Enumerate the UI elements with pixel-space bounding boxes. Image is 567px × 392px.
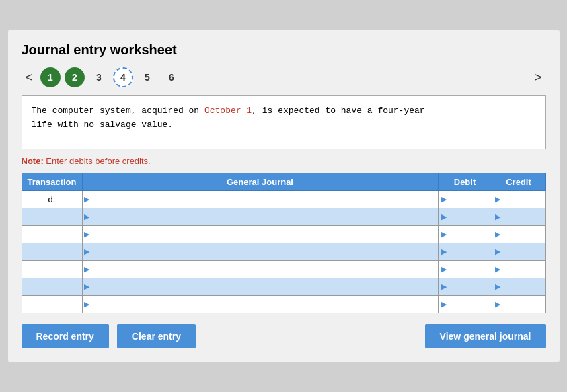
journal-table: Transaction General Journal Debit Credit… (22, 173, 546, 313)
credit-arrow-6: ▶ (495, 300, 500, 309)
description-highlight: October 1 (204, 106, 252, 116)
table-row-general-1[interactable]: ▶ (82, 208, 438, 226)
table-row-transaction-4 (22, 261, 82, 278)
table-row-debit-5[interactable]: ▶ (438, 278, 492, 296)
main-container: Journal entry worksheet < 1 2 3 4 5 6 > … (8, 30, 560, 362)
credit-input-0[interactable] (502, 191, 543, 208)
debit-arrow-0: ▶ (441, 195, 447, 204)
table-row-transaction-3 (22, 243, 82, 261)
table-row-credit-3[interactable]: ▶ (492, 243, 545, 261)
debit-input-3[interactable] (449, 243, 489, 260)
table-row-transaction-2 (22, 226, 82, 243)
debit-input-0[interactable] (449, 191, 489, 208)
credit-arrow-2: ▶ (495, 230, 500, 239)
table-row-debit-3[interactable]: ▶ (438, 243, 492, 261)
row-arrow-3: ▶ (84, 247, 89, 256)
general-input-4[interactable] (91, 261, 437, 278)
general-input-6[interactable] (91, 296, 437, 313)
credit-arrow-5: ▶ (495, 282, 500, 291)
debit-input-1[interactable] (449, 208, 489, 225)
step-3[interactable]: 3 (89, 67, 109, 87)
debit-arrow-6: ▶ (441, 300, 447, 309)
table-row-credit-5[interactable]: ▶ (492, 278, 545, 296)
debit-arrow-4: ▶ (441, 265, 447, 274)
step-4[interactable]: 4 (113, 67, 133, 87)
page-title: Journal entry worksheet (22, 42, 546, 58)
step-1[interactable]: 1 (40, 67, 61, 87)
row-arrow-0: ▶ (84, 195, 89, 204)
note-label: Note: (22, 156, 44, 166)
debit-input-4[interactable] (449, 261, 489, 278)
general-input-3[interactable] (91, 243, 437, 260)
table-row-debit-2[interactable]: ▶ (438, 226, 492, 243)
row-arrow-6: ▶ (84, 300, 89, 309)
row-arrow-2: ▶ (84, 230, 89, 239)
table-row-transaction-0: d. (22, 191, 82, 208)
note-text: Enter debits before credits. (46, 156, 150, 166)
table-row-general-4[interactable]: ▶ (82, 261, 438, 278)
table-row-general-6[interactable]: ▶ (82, 296, 438, 313)
navigation-row: < 1 2 3 4 5 6 > (22, 67, 546, 87)
table-row-debit-4[interactable]: ▶ (438, 261, 492, 278)
credit-input-2[interactable] (502, 226, 543, 243)
debit-arrow-1: ▶ (441, 212, 447, 221)
step-2[interactable]: 2 (65, 67, 85, 87)
table-row-credit-1[interactable]: ▶ (492, 208, 545, 226)
credit-arrow-3: ▶ (495, 247, 500, 256)
table-row-transaction-1 (22, 208, 82, 226)
table-row-credit-4[interactable]: ▶ (492, 261, 545, 278)
debit-arrow-2: ▶ (441, 230, 447, 239)
table-row-debit-6[interactable]: ▶ (438, 296, 492, 313)
record-entry-button[interactable]: Record entry (22, 324, 109, 348)
header-transaction: Transaction (22, 173, 82, 191)
table-row-general-2[interactable]: ▶ (82, 226, 438, 243)
credit-arrow-0: ▶ (495, 195, 500, 204)
debit-arrow-5: ▶ (441, 282, 447, 291)
table-row-transaction-6 (22, 296, 82, 313)
table-row-debit-1[interactable]: ▶ (438, 208, 492, 226)
row-arrow-4: ▶ (84, 265, 89, 274)
credit-input-5[interactable] (502, 278, 543, 295)
next-arrow[interactable]: > (531, 69, 546, 86)
table-row-credit-0[interactable]: ▶ (492, 191, 545, 208)
debit-input-2[interactable] (449, 226, 489, 243)
general-input-1[interactable] (91, 208, 437, 225)
note: Note: Enter debits before credits. (22, 156, 546, 166)
credit-input-3[interactable] (502, 243, 543, 260)
debit-arrow-3: ▶ (441, 247, 447, 256)
credit-arrow-1: ▶ (495, 212, 500, 221)
row-arrow-5: ▶ (84, 282, 89, 291)
table-row-general-0[interactable]: ▶ (82, 191, 438, 208)
table-row-transaction-5 (22, 278, 82, 296)
credit-input-4[interactable] (502, 261, 543, 278)
row-arrow-1: ▶ (84, 212, 89, 221)
debit-input-5[interactable] (449, 278, 489, 295)
header-debit: Debit (438, 173, 492, 191)
description-text-before: The computer system, acquired on (32, 106, 204, 116)
table-row-general-5[interactable]: ▶ (82, 278, 438, 296)
table-row-credit-2[interactable]: ▶ (492, 226, 545, 243)
general-input-2[interactable] (91, 226, 437, 243)
general-input-5[interactable] (91, 278, 437, 295)
credit-input-1[interactable] (502, 208, 543, 225)
prev-arrow[interactable]: < (22, 69, 37, 86)
debit-input-6[interactable] (449, 296, 489, 313)
table-row-general-3[interactable]: ▶ (82, 243, 438, 261)
description-box: The computer system, acquired on October… (22, 95, 546, 149)
buttons-row: Record entry Clear entry View general jo… (22, 324, 546, 348)
step-6[interactable]: 6 (161, 67, 182, 87)
step-5[interactable]: 5 (137, 67, 157, 87)
table-row-credit-6[interactable]: ▶ (492, 296, 545, 313)
header-general-journal: General Journal (82, 173, 438, 191)
table-row-debit-0[interactable]: ▶ (438, 191, 492, 208)
credit-arrow-4: ▶ (495, 265, 500, 274)
clear-entry-button[interactable]: Clear entry (117, 324, 196, 348)
view-general-journal-button[interactable]: View general journal (425, 324, 546, 348)
general-input-0[interactable] (91, 191, 437, 208)
credit-input-6[interactable] (502, 296, 543, 313)
header-credit: Credit (492, 173, 545, 191)
